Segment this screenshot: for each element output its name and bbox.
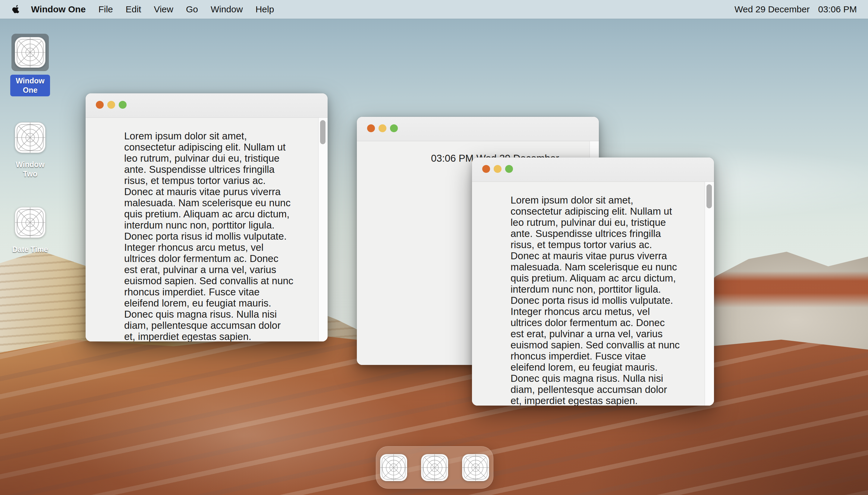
text-line: diam, pellentesque accumsan dolor xyxy=(124,320,293,331)
desktop: Window One FileEditViewGoWindowHelp Wed … xyxy=(0,0,868,495)
dock-item[interactable] xyxy=(380,454,408,481)
text-line: eleifend lorem, eu feugiat mauris. xyxy=(510,362,679,373)
text-line: consectetur adipiscing elit. Nullam ut xyxy=(124,141,293,153)
text-line: Donec porta risus id mollis vulputate. xyxy=(124,231,293,242)
icon-plate xyxy=(12,204,49,241)
text-line: quis pretium. Aliquam ac arcu dictum, xyxy=(510,273,679,284)
dock-item[interactable] xyxy=(462,454,489,481)
text-line: risus, et tempus tortor varius ac. xyxy=(124,175,293,186)
dock-item[interactable] xyxy=(421,454,448,481)
text-line: rhoncus imperdiet. Fusce vitae xyxy=(124,286,293,297)
generic-app-icon xyxy=(15,37,46,68)
text-line: consectetur adipiscing elit. Nullam ut xyxy=(510,206,679,217)
text-line: diam, pellentesque accumsan dolor xyxy=(510,384,679,395)
text-line: interdum nunc non, porttitor ligula. xyxy=(124,220,293,231)
icon-selection-highlight xyxy=(12,34,49,71)
menu-item[interactable]: View xyxy=(154,4,173,15)
body-text: Lorem ipsum dolor sit amet,consectetur a… xyxy=(510,194,679,406)
minimize-button[interactable] xyxy=(107,101,115,109)
zoom-button[interactable] xyxy=(390,124,398,132)
text-line: ante. Suspendisse ultrices fringilla xyxy=(124,164,293,175)
text-line: ultrices dolor fermentum ac. Donec xyxy=(510,317,679,328)
text-line: quis pretium. Aliquam ac arcu dictum, xyxy=(124,208,293,220)
scrollbar-thumb[interactable] xyxy=(320,120,326,144)
text-line: est erat, pulvinar a urna vel, varius xyxy=(510,328,679,339)
window-controls xyxy=(367,124,398,132)
text-line: Donec quis magna risus. Nulla nisi xyxy=(510,373,679,384)
window-three: Lorem ipsum dolor sit amet,consectetur a… xyxy=(472,157,714,406)
text-line: risus, et tempus tortor varius ac. xyxy=(510,239,679,250)
text-line: euismod sapien. Sed convallis at nunc xyxy=(510,339,679,351)
menu-item[interactable]: Edit xyxy=(126,4,141,15)
generic-app-icon xyxy=(15,207,46,238)
window-body: Lorem ipsum dolor sit amet,consectetur a… xyxy=(472,182,714,406)
menubar-date[interactable]: Wed 29 December xyxy=(735,4,810,15)
apple-menu[interactable] xyxy=(12,5,20,14)
text-line: ultrices dolor fermentum ac. Donec xyxy=(124,253,293,264)
dock xyxy=(376,446,493,489)
app-menus: FileEditViewGoWindowHelp xyxy=(98,4,274,15)
titlebar[interactable] xyxy=(357,117,599,141)
apple-icon xyxy=(12,5,20,14)
icon-label: Window Two xyxy=(12,160,48,178)
text-line: est erat, pulvinar a urna vel, varius xyxy=(124,264,293,275)
close-button[interactable] xyxy=(367,124,375,132)
text-line: ante. Suspendisse ultrices fringilla xyxy=(510,228,679,239)
window-one: Lorem ipsum dolor sit amet,consectetur a… xyxy=(86,93,328,341)
icon-plate xyxy=(12,119,49,156)
titlebar[interactable] xyxy=(472,157,714,182)
text-line: Lorem ipsum dolor sit amet, xyxy=(510,194,679,206)
close-button[interactable] xyxy=(482,165,490,173)
text-line: Integer rhoncus arcu metus, vel xyxy=(124,242,293,253)
text-line: Lorem ipsum dolor sit amet, xyxy=(124,130,293,141)
active-app-menu[interactable]: Window One xyxy=(31,4,86,15)
menu-item[interactable]: File xyxy=(98,4,113,15)
zoom-button[interactable] xyxy=(119,101,127,109)
titlebar[interactable] xyxy=(86,93,328,118)
menu-bar: Window One FileEditViewGoWindowHelp Wed … xyxy=(0,0,868,19)
body-text: Lorem ipsum dolor sit amet,consectetur a… xyxy=(124,130,293,341)
text-line: leo rutrum, pulvinar dui eu, tristique xyxy=(124,153,293,164)
minimize-button[interactable] xyxy=(494,165,502,173)
desktop-icon-window-two[interactable]: Window Two xyxy=(10,119,50,178)
generic-app-icon xyxy=(421,454,448,481)
text-line: et, imperdiet egestas sapien. xyxy=(124,331,293,341)
text-line: et, imperdiet egestas sapien. xyxy=(510,395,679,406)
menu-item[interactable]: Help xyxy=(256,4,274,15)
close-button[interactable] xyxy=(96,101,104,109)
generic-app-icon xyxy=(15,122,46,153)
generic-app-icon xyxy=(462,454,489,481)
text-line: leo rutrum, pulvinar dui eu, tristique xyxy=(510,217,679,228)
text-line: eleifend lorem, eu feugiat mauris. xyxy=(124,297,293,309)
zoom-button[interactable] xyxy=(505,165,513,173)
icon-label: Date Time xyxy=(12,245,48,254)
text-line: rhoncus imperdiet. Fusce vitae xyxy=(510,351,679,362)
text-line: Donec at mauris vitae purus viverra xyxy=(510,250,679,261)
scrollbar[interactable] xyxy=(705,182,714,406)
window-controls xyxy=(96,101,127,109)
minimize-button[interactable] xyxy=(379,124,387,132)
text-line: malesuada. Nam scelerisque eu nunc xyxy=(124,197,293,208)
scrollbar-thumb[interactable] xyxy=(706,184,712,208)
text-line: Donec porta risus id mollis vulputate. xyxy=(510,295,679,306)
icon-label: Window One xyxy=(10,75,50,96)
text-line: Donec quis magna risus. Nulla nisi xyxy=(124,309,293,320)
scrollbar[interactable] xyxy=(318,118,328,341)
text-line: Donec at mauris vitae purus viverra xyxy=(124,186,293,197)
menu-item[interactable]: Window xyxy=(211,4,243,15)
generic-app-icon xyxy=(380,454,408,481)
text-line: euismod sapien. Sed convallis at nunc xyxy=(124,275,293,286)
text-line: interdum nunc non, porttitor ligula. xyxy=(510,284,679,295)
menubar-status: Wed 29 December 03:06 PM xyxy=(735,4,857,15)
window-body: Lorem ipsum dolor sit amet,consectetur a… xyxy=(86,118,328,341)
window-controls xyxy=(482,165,513,173)
menu-item[interactable]: Go xyxy=(186,4,198,15)
menubar-time[interactable]: 03:06 PM xyxy=(818,4,857,15)
desktop-icon-window-one[interactable]: Window One xyxy=(10,34,50,96)
desktop-icon-date-time[interactable]: Date Time xyxy=(10,204,50,254)
text-line: malesuada. Nam scelerisque eu nunc xyxy=(510,261,679,273)
text-line: Integer rhoncus arcu metus, vel xyxy=(510,306,679,317)
